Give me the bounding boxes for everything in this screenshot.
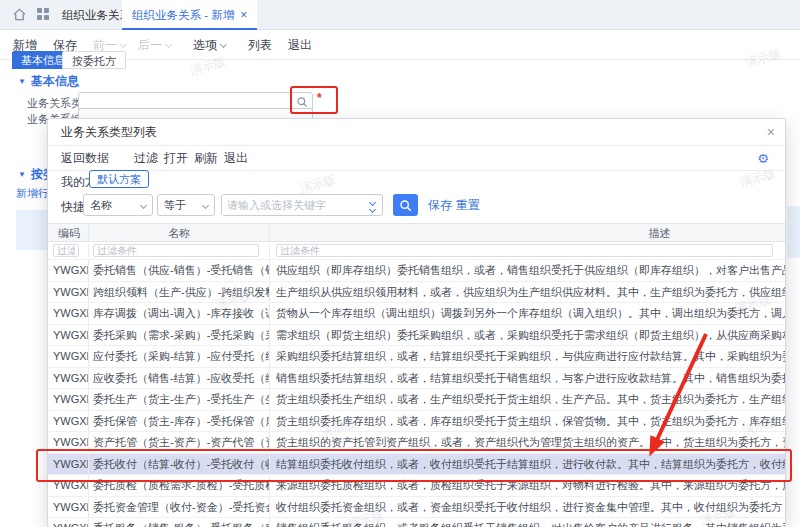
list-button[interactable]: 列表 <box>248 30 272 60</box>
row-desc-cell: 销售组织委托服务组织，或者服务组织受托于销售组织，对出售给客户的产品进行服务。其… <box>269 518 785 527</box>
dialog-toolbar: 返回数据 过滤 打开 刷新 退出 ⚙ <box>48 146 785 171</box>
filter-operator-select[interactable]: 等于 <box>157 194 215 216</box>
row-desc-cell: 货主组织委托生产组织，或者，生产组织受托于货主组织，生产产品。其中，货主组织为委… <box>269 389 785 410</box>
tab-by-consignor[interactable]: 按委托方 <box>62 51 126 69</box>
row-name-cell: 委托服务（销售-服务）-受托服务（服务-销售） <box>88 518 269 527</box>
relation-type-table: 编码 名称 描述 YWGXL... 委托销售（供应-销售）-受托销售（销售-供应… <box>48 223 785 527</box>
row-desc-cell: 供应组织（即库存组织）委托销售组织，或者，销售组织受托于供应组织（即库存组织），… <box>269 260 785 281</box>
tab-label: 组织业务关系 - 新增 <box>132 9 234 21</box>
row-code-cell: YWGXL... <box>48 325 88 346</box>
gear-icon[interactable]: ⚙ <box>757 146 769 171</box>
exit-dialog-button[interactable]: 退出 <box>224 146 248 171</box>
return-data-button[interactable]: 返回数据 <box>61 146 109 171</box>
col-header-desc[interactable]: 描述 <box>269 224 785 241</box>
row-name-cell: 应收委托（销售-结算）-应收受托（结算-销售） <box>88 368 269 389</box>
refresh-button[interactable]: 刷新 <box>194 146 218 171</box>
close-dialog-icon[interactable]: × <box>767 119 775 146</box>
row-code-cell: YWGXL... <box>48 518 88 527</box>
options-button[interactable]: 选项 <box>193 30 226 60</box>
col-header-name[interactable]: 名称 <box>88 224 269 241</box>
type-table-body: YWGXL... 委托销售（供应-销售）-受托销售（销售-供应） 供应组织（即库… <box>48 260 785 527</box>
row-name-cell: 委托质检（质检需求-质检）-受托质检（质检-质... <box>88 475 269 496</box>
apps-grid-icon[interactable] <box>36 7 50 25</box>
row-name-cell: 委托保管（货主-库存）-受托保管（库存-货主） <box>88 411 269 432</box>
chevron-down-icon <box>202 202 209 209</box>
row-desc-cell: 销售组织委托结算组织，或者，结算组织受托于销售组织，与客户进行应收款结算。其中，… <box>269 368 785 389</box>
row-code-cell: YWGXL... <box>48 475 88 496</box>
chevron-down-icon <box>140 202 147 209</box>
table-row[interactable]: YWGXL... 委托生产（货主-生产）-受托生产（生产-货主） 货主组织委托生… <box>48 389 785 411</box>
tab-label: 组织业务关系 <box>62 9 131 21</box>
col-header-code[interactable]: 编码 <box>48 224 88 241</box>
row-desc-cell: 来源组织委托质检组织，或者，质检组织受托于来源组织，对物料进行检验。其中，来源组… <box>269 475 785 496</box>
default-scheme-button[interactable]: 默认方案 <box>89 170 149 188</box>
row-code-cell: YWGXL... <box>48 432 88 453</box>
row-name-cell: 库存调拨（调出-调入）-库存接收（调入-调出） <box>88 303 269 324</box>
row-desc-cell: 货主组织的资产托管到资产组织，或者，资产组织代为管理货主组织的资产。其中，货主组… <box>269 432 785 453</box>
add-row-button[interactable]: 新增行 <box>16 186 49 201</box>
chevron-down-icon <box>165 41 172 48</box>
row-code-cell: YWGXL... <box>48 260 88 281</box>
table-row[interactable]: YWGXL... 库存调拨（调出-调入）-库存接收（调入-调出） 货物从一个库存… <box>48 303 785 325</box>
row-code-cell: YWGXL... <box>48 411 88 432</box>
exit-button[interactable]: 退出 <box>288 30 312 60</box>
row-desc-cell: 货主组织委托库存组织，或者，库存组织受托于货主组织，保管货物。其中，货主组织为委… <box>269 411 785 432</box>
row-name-cell: 委托收付（结算-收付）-受托收付（收付-结算） <box>88 454 269 475</box>
tab-org-business-relation-new[interactable]: 组织业务关系 - 新增× <box>122 0 257 30</box>
row-desc-cell: 货物从一个库存组织（调出组织）调拨到另外一个库存组织（调入组织）。其中，调出组织… <box>269 303 785 324</box>
desc-filter-input[interactable] <box>276 244 773 257</box>
close-tab-icon[interactable]: × <box>240 8 247 22</box>
table-row[interactable]: YWGXL... 委托采购（需求-采购）-受托采购（采购-需求） 需求组织（即货… <box>48 325 785 347</box>
dialog-title: 业务关系类型列表 <box>48 119 785 146</box>
row-code-cell: YWGXL... <box>48 454 88 475</box>
double-chevron-icon[interactable] <box>365 198 379 214</box>
row-name-cell: 应付委托（采购-结算）-应付受托（结算-采购） <box>88 346 269 367</box>
table-row[interactable]: YWGXL... 委托保管（货主-库存）-受托保管（库存-货主） 货主组织委托库… <box>48 411 785 433</box>
table-row[interactable]: YWGXL... 应付委托（采购-结算）-应付受托（结算-采购） 采购组织委托结… <box>48 346 785 368</box>
reset-button[interactable]: 重置 <box>456 194 480 216</box>
table-row[interactable]: YWGXL... 委托服务（销售-服务）-受托服务（服务-销售） 销售组织委托服… <box>48 518 785 527</box>
basic-info-section-header[interactable]: ▼基本信息 <box>18 73 79 90</box>
row-name-cell: 委托采购（需求-采购）-受托采购（采购-需求） <box>88 325 269 346</box>
top-tab-bar: 组织业务关系 组织业务关系 - 新增× <box>0 0 800 30</box>
table-row[interactable]: YWGXL... 委托销售（供应-销售）-受托销售（销售-供应） 供应组织（即库… <box>48 260 785 282</box>
table-row[interactable]: YWGXL... 资产托管（货主-资产）-资产代管（资产-货主） 货主组织的资产… <box>48 432 785 454</box>
row-name-cell: 委托生产（货主-生产）-受托生产（生产-货主） <box>88 389 269 410</box>
row-code-cell: YWGXL... <box>48 346 88 367</box>
search-button[interactable] <box>393 194 418 216</box>
name-filter-input[interactable] <box>93 244 259 257</box>
table-filter-row <box>48 242 785 260</box>
code-filter-input[interactable] <box>53 244 79 257</box>
row-desc-cell: 结算组织委托收付组织，或者，收付组织受托于结算组织，进行收付款。其中，结算组织为… <box>269 454 785 475</box>
row-desc-cell: 生产组织从供应组织领用材料，或者，供应组织为生产组织供应材料。其中，生产组织为委… <box>269 282 785 303</box>
table-row[interactable]: YWGXL... 委托收付（结算-收付）-受托收付（收付-结算） 结算组织委托收… <box>48 454 785 476</box>
caret-down-icon: ▼ <box>18 170 26 179</box>
table-row[interactable]: YWGXL... 委托资金管理（收付-资金）-受托资金管理（资... 收付组织委… <box>48 497 785 519</box>
row-name-cell: 委托资金管理（收付-资金）-受托资金管理（资... <box>88 497 269 518</box>
background-grid-header <box>787 206 800 258</box>
row-desc-cell: 采购组织委托结算组织，或者，结算组织受托于采购组织，与供应商进行应付款结算。其中… <box>269 346 785 367</box>
table-row[interactable]: YWGXL... 委托质检（质检需求-质检）-受托质检（质检-质... 来源组织… <box>48 475 785 497</box>
filter-button[interactable]: 过滤 <box>134 146 158 171</box>
relation-type-list-dialog: 业务关系类型列表 × 返回数据 过滤 打开 刷新 退出 ⚙ 我的方案 默认方案 … <box>47 118 786 527</box>
table-row[interactable]: YWGXL... 应收委托（销售-结算）-应收受托（结算-销售） 销售组织委托结… <box>48 368 785 390</box>
keyword-input[interactable] <box>222 195 354 215</box>
row-name-cell: 资产托管（货主-资产）-资产代管（资产-货主） <box>88 432 269 453</box>
row-code-cell: YWGXL... <box>48 282 88 303</box>
open-button[interactable]: 打开 <box>164 146 188 171</box>
table-row[interactable]: YWGXL... 跨组织领料（生产-供应）-跨组织发料（供应-生... 生产组织… <box>48 282 785 304</box>
table-header: 编码 名称 描述 <box>48 223 785 242</box>
row-code-cell: YWGXL... <box>48 368 88 389</box>
required-asterisk: * <box>317 91 322 105</box>
background-grid-header <box>16 210 47 250</box>
chevron-down-icon <box>120 41 127 48</box>
row-desc-cell: 收付组织委托资金组织，或者，资金组织受托于收付组织，进行资金集中管理。其中，收付… <box>269 497 785 518</box>
home-icon[interactable] <box>12 7 27 26</box>
search-icon <box>399 199 412 212</box>
keyword-input-wrap <box>221 194 383 216</box>
row-code-cell: YWGXL... <box>48 303 88 324</box>
row-name-cell: 委托销售（供应-销售）-受托销售（销售-供应） <box>88 260 269 281</box>
row-code-cell: YWGXL... <box>48 389 88 410</box>
save-scheme-button[interactable]: 保存 <box>428 194 452 216</box>
filter-field-select[interactable]: 名称 <box>83 194 153 216</box>
